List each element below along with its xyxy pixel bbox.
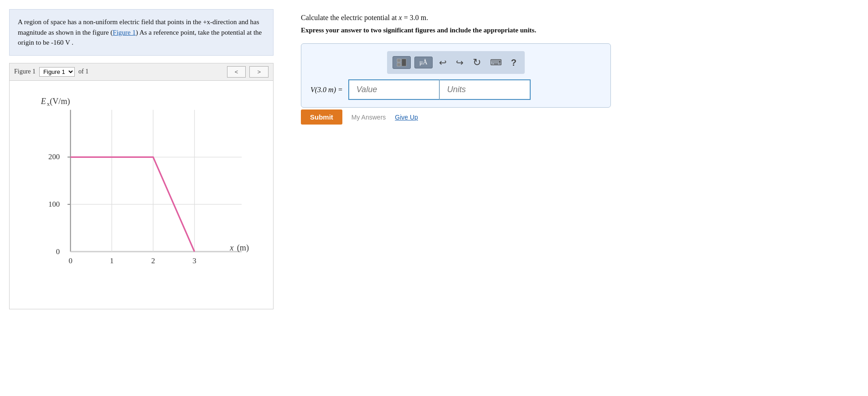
figure-next-button[interactable]: > [249,66,269,78]
input-row: V(3.0 m) = [310,79,601,100]
equation-label: V(3.0 m) = [310,86,343,94]
help-icon: ? [511,57,517,68]
left-panel: A region of space has a non-uniform elec… [0,0,283,396]
figure-container: Figure 1 Figure 1 of 1 < > E x (V/m) [9,63,274,309]
undo-icon: ↩ [439,57,447,68]
mu-button[interactable]: μÅ [414,57,433,68]
y-axis-label: E [41,96,46,105]
redo-icon: ↪ [456,57,464,68]
matrix-button[interactable] [393,56,411,69]
figure-select[interactable]: Figure 1 [39,67,75,77]
svg-rect-0 [397,59,401,62]
action-row: Submit My Answers Give Up [301,109,850,125]
keyboard-button[interactable]: ⌨ [487,56,505,69]
of-label: of 1 [78,68,88,75]
question-title: Calculate the electric potential at x = … [301,14,850,22]
figure-prev-button[interactable]: < [227,66,246,78]
x-axis-label: x [229,243,233,252]
chart-svg: E x (V/m) 200 100 0 [23,90,259,295]
question-subtitle: Express your answer to two significant f… [301,26,850,34]
figure-link[interactable]: Figure 1 [113,29,135,36]
mu-label: μÅ [419,59,428,66]
problem-text: A region of space has a non-uniform elec… [18,18,262,46]
units-input[interactable] [439,79,531,100]
y-tick-0: 0 [56,247,60,255]
redo-button[interactable]: ↪ [453,55,466,70]
matrix-icon [397,58,407,67]
help-button[interactable]: ? [508,56,519,70]
figure-label: Figure 1 [14,68,36,75]
svg-rect-1 [397,63,401,66]
keyboard-icon: ⌨ [490,57,502,68]
answer-widget: μÅ ↩ ↪ ↻ ⌨ ? V(3.0 m) [301,43,611,108]
x-tick-1: 1 [110,256,114,265]
figure-header: Figure 1 Figure 1 of 1 < > [10,63,273,81]
my-answers-button[interactable]: My Answers [351,114,386,121]
svg-rect-2 [402,59,406,66]
x-tick-3: 3 [192,256,196,265]
right-panel: Calculate the electric potential at x = … [283,0,868,396]
give-up-button[interactable]: Give Up [395,114,418,121]
refresh-icon: ↻ [473,57,481,68]
x-tick-0: 0 [68,256,72,265]
undo-button[interactable]: ↩ [436,55,450,70]
y-tick-200: 200 [48,152,60,161]
problem-text-box: A region of space has a non-uniform elec… [9,9,274,56]
y-axis-unit: (V/m) [50,96,70,106]
y-tick-100: 100 [48,200,60,208]
value-input[interactable] [348,79,439,100]
x-tick-2: 2 [151,256,155,265]
x-axis-unit: (m) [237,243,249,252]
figure-body: E x (V/m) 200 100 0 [10,81,273,309]
submit-button[interactable]: Submit [301,109,342,125]
answer-toolbar: μÅ ↩ ↪ ↻ ⌨ ? [387,51,525,74]
refresh-button[interactable]: ↻ [470,55,484,70]
